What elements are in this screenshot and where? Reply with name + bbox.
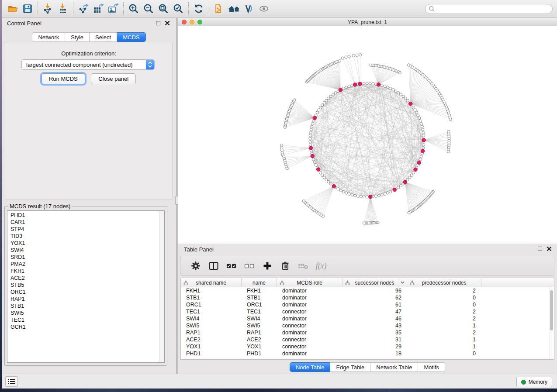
- table-cell[interactable]: ORC1: [181, 301, 242, 308]
- mcds-result-item[interactable]: PMA2: [10, 261, 164, 268]
- table-cell[interactable]: 2: [407, 308, 481, 315]
- list-scrollbar[interactable]: [159, 211, 164, 362]
- table-cell[interactable]: 0: [407, 294, 481, 301]
- criterion-select[interactable]: largest connected component (undirected): [21, 59, 155, 70]
- export-network-button[interactable]: [76, 2, 90, 16]
- mcds-result-item[interactable]: RAP1: [10, 296, 164, 303]
- table-cell[interactable]: 47: [343, 308, 407, 315]
- vizmapper-button[interactable]: [242, 2, 256, 16]
- memory-button[interactable]: Memory: [516, 377, 552, 387]
- network-canvas[interactable]: [178, 26, 557, 244]
- table-settings-button[interactable]: [190, 261, 201, 271]
- table-cell[interactable]: connector: [277, 336, 343, 343]
- zoom-out-button[interactable]: [142, 2, 156, 16]
- column-header-predecessor-nodes[interactable]: predecessor nodes: [407, 278, 481, 287]
- share-network-document-button[interactable]: [212, 2, 226, 16]
- column-header-successor-nodes[interactable]: successor nodes: [343, 278, 407, 287]
- table-row[interactable]: YOX1YOX1connector291: [181, 343, 549, 350]
- zoom-selected-button[interactable]: [171, 2, 185, 16]
- table-cell[interactable]: TEC1: [181, 308, 242, 315]
- table-cell[interactable]: STB1: [181, 294, 242, 301]
- table-cell[interactable]: dominator: [277, 350, 343, 357]
- column-header-shared-name[interactable]: shared name: [181, 278, 242, 287]
- mcds-result-item[interactable]: ACE2: [10, 275, 164, 282]
- mcds-result-list[interactable]: PHD1CAR1STP4TID3YOX1SWI4SRD1PMA2FKH1ACE2…: [7, 210, 165, 363]
- table-cell[interactable]: PHD1: [181, 350, 242, 357]
- close-panel-icon[interactable]: [165, 21, 170, 26]
- table-cell[interactable]: SWI5: [242, 322, 277, 329]
- delete-table-button[interactable]: [298, 261, 308, 271]
- table-row[interactable]: PHD1PHD1dominator180: [181, 350, 549, 357]
- table-cell[interactable]: connector: [277, 308, 343, 315]
- mcds-result-item[interactable]: SWI5: [10, 309, 164, 316]
- table-cell[interactable]: RAP1: [242, 329, 277, 336]
- table-row[interactable]: FKH1FKH1dominator962: [181, 287, 549, 294]
- table-cell[interactable]: ACE2: [181, 336, 242, 343]
- table-scrollbar-thumb[interactable]: [550, 290, 553, 330]
- tab-edge-table[interactable]: Edge Table: [330, 362, 370, 372]
- split-view-button[interactable]: [208, 261, 219, 271]
- show-graphics-details-button[interactable]: [257, 2, 271, 16]
- close-panel-button[interactable]: Close panel: [91, 73, 136, 84]
- float-panel-icon[interactable]: [156, 21, 160, 25]
- table-cell[interactable]: 2: [407, 287, 481, 294]
- tab-mcds[interactable]: MCDS: [117, 32, 145, 42]
- table-cell[interactable]: 0: [407, 350, 481, 357]
- tab-network-table[interactable]: Network Table: [370, 362, 418, 372]
- apply-function-button[interactable]: f(x): [316, 261, 326, 271]
- table-cell[interactable]: 29: [343, 343, 407, 350]
- mcds-result-item[interactable]: SWI4: [10, 247, 164, 254]
- table-scrollbar[interactable]: [549, 288, 554, 359]
- table-cell[interactable]: RAP1: [181, 329, 242, 336]
- mcds-result-item[interactable]: YOX1: [10, 240, 164, 247]
- mcds-result-item[interactable]: TID3: [10, 233, 164, 240]
- search-box[interactable]: [425, 4, 553, 14]
- table-cell[interactable]: 1: [407, 322, 481, 329]
- unselect-all-button[interactable]: [244, 261, 255, 271]
- tab-network[interactable]: Network: [32, 32, 65, 42]
- tab-select[interactable]: Select: [90, 32, 117, 42]
- save-button[interactable]: [21, 2, 35, 16]
- table-cell[interactable]: 1: [407, 343, 481, 350]
- table-cell[interactable]: 0: [407, 301, 481, 308]
- zoom-fit-button[interactable]: [156, 2, 170, 16]
- import-network-button[interactable]: [41, 2, 55, 16]
- tab-node-table[interactable]: Node Table: [290, 362, 331, 372]
- column-header-MCDS-role[interactable]: MCDS role: [277, 278, 343, 287]
- table-cell[interactable]: 1: [407, 336, 481, 343]
- table-cell[interactable]: 2: [407, 329, 481, 336]
- table-row[interactable]: ORC1ORC1dominator610: [181, 301, 549, 308]
- table-cell[interactable]: STB1: [242, 294, 277, 301]
- delete-column-button[interactable]: [280, 261, 291, 271]
- table-cell[interactable]: dominator: [277, 287, 343, 294]
- table-cell[interactable]: dominator: [277, 301, 343, 308]
- table-row[interactable]: ACE2ACE2connector311: [181, 336, 549, 343]
- select-all-button[interactable]: [226, 261, 237, 271]
- task-history-button[interactable]: [5, 376, 18, 387]
- apply-layout-button[interactable]: [192, 2, 206, 16]
- mcds-result-item[interactable]: STB1: [10, 303, 164, 309]
- table-cell[interactable]: YOX1: [181, 343, 242, 350]
- table-cell[interactable]: 96: [343, 287, 407, 294]
- export-image-button[interactable]: [106, 2, 120, 16]
- mcds-result-item[interactable]: SRD1: [10, 254, 164, 261]
- table-cell[interactable]: FKH1: [242, 287, 277, 294]
- table-row[interactable]: SWI5SWI5connector431: [181, 322, 549, 329]
- tab-style[interactable]: Style: [65, 32, 90, 42]
- mcds-result-item[interactable]: CAR1: [10, 219, 164, 226]
- float-panel-icon[interactable]: [538, 247, 542, 251]
- table-cell[interactable]: FKH1: [181, 287, 242, 294]
- table-cell[interactable]: 31: [343, 336, 407, 343]
- close-panel-icon[interactable]: [547, 246, 552, 251]
- table-cell[interactable]: connector: [277, 343, 343, 350]
- table-cell[interactable]: dominator: [277, 329, 343, 336]
- export-table-button[interactable]: [91, 2, 105, 16]
- table-cell[interactable]: 46: [343, 315, 407, 322]
- zoom-in-button[interactable]: [127, 2, 141, 16]
- table-cell[interactable]: ORC1: [242, 301, 277, 308]
- import-table-button[interactable]: [56, 2, 70, 16]
- table-cell[interactable]: SWI4: [181, 315, 242, 322]
- table-cell[interactable]: PHD1: [242, 350, 277, 357]
- table-cell[interactable]: dominator: [277, 294, 343, 301]
- table-row[interactable]: SWI4SWI4dominator462: [181, 315, 549, 322]
